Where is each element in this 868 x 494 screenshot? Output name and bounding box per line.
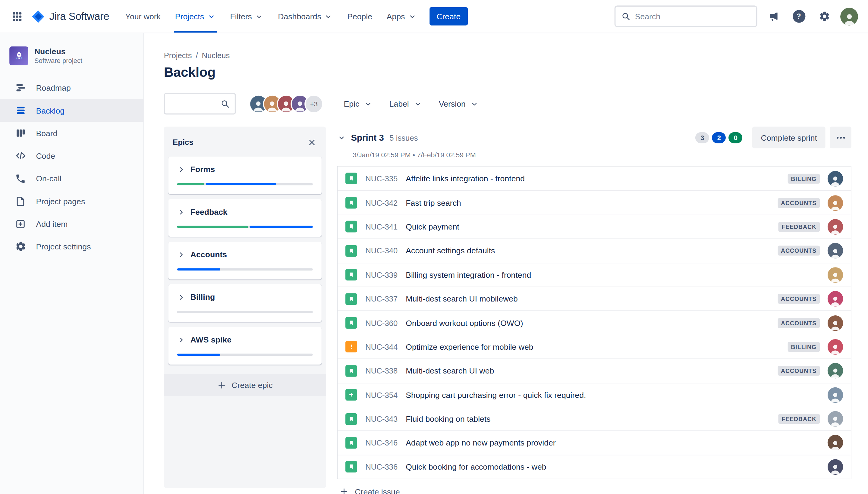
issue-row[interactable]: NUC-360 Onboard workout options (OWO) AC… xyxy=(337,310,851,335)
assignee-avatar[interactable] xyxy=(828,387,843,402)
story-icon xyxy=(345,365,357,377)
story-icon xyxy=(345,173,357,184)
topnav-item[interactable]: Your work xyxy=(118,0,168,33)
issue-summary: Onboard workout options (OWO) xyxy=(406,318,778,327)
issue-key: NUC-335 xyxy=(365,174,401,183)
chevron-right-icon xyxy=(177,336,186,344)
sidebar-item-board[interactable]: Board xyxy=(0,122,144,144)
create-issue-button[interactable]: Create issue xyxy=(337,484,402,494)
issue-row[interactable]: NUC-343 Fluid booking on tablets FEEDBAC… xyxy=(337,407,851,431)
close-epics-panel-button[interactable] xyxy=(304,134,319,150)
story-icon xyxy=(345,221,357,233)
issue-row[interactable]: NUC-335 Affelite links integration - fro… xyxy=(337,167,851,191)
assignee-avatar[interactable] xyxy=(828,315,843,330)
issue-row[interactable]: NUC-340 Account settings defaults ACCOUN… xyxy=(337,239,851,263)
roadmap-icon xyxy=(14,81,27,94)
epic-progress-bar xyxy=(177,183,313,185)
filter-dropdown-label: Version xyxy=(439,99,466,108)
issue-label-tag: ACCOUNTS xyxy=(778,294,820,304)
assignee-avatar[interactable] xyxy=(828,435,843,451)
sidebar-item-backlog[interactable]: Backlog xyxy=(0,99,144,122)
epic-card[interactable]: Feedback xyxy=(168,199,321,237)
sidebar-item-project-pages[interactable]: Project pages xyxy=(0,190,144,212)
epic-progress-bar xyxy=(177,311,313,313)
backlog-icon xyxy=(14,103,27,117)
assignee-avatar[interactable] xyxy=(828,291,843,306)
assignee-avatar[interactable] xyxy=(828,243,843,259)
epic-name: Billing xyxy=(190,293,215,302)
epic-card[interactable]: Forms xyxy=(168,157,321,194)
epic-progress-done xyxy=(177,226,248,228)
filter-dropdown-epic[interactable]: Epic xyxy=(337,95,378,113)
issue-key: NUC-343 xyxy=(365,415,401,423)
issue-row[interactable]: NUC-337 Multi-dest search UI mobileweb A… xyxy=(337,286,851,310)
assignee-avatar-group: +3 xyxy=(249,94,324,113)
assignee-avatar[interactable] xyxy=(828,171,843,186)
epic-card[interactable]: Accounts xyxy=(168,242,321,280)
breadcrumb-separator: / xyxy=(196,51,198,60)
help-button[interactable]: ? xyxy=(789,7,808,25)
filter-dropdown-label[interactable]: Label xyxy=(383,95,428,113)
user-avatar[interactable] xyxy=(840,7,858,25)
app-switcher-button[interactable] xyxy=(8,7,26,25)
assignee-avatar[interactable] xyxy=(828,363,843,378)
global-search[interactable] xyxy=(614,5,757,27)
sidebar-item-project-settings[interactable]: Project settings xyxy=(0,235,144,258)
breadcrumb-link[interactable]: Nucleus xyxy=(202,51,230,60)
sprint-issue-count: 5 issues xyxy=(389,133,418,142)
issue-label-tag: BILLING xyxy=(788,342,820,352)
issue-row[interactable]: NUC-339 Billing system integration - fro… xyxy=(337,263,851,287)
project-name: Nucleus xyxy=(34,47,82,56)
issue-row[interactable]: NUC-346 Adapt web app no new payments pr… xyxy=(337,431,851,455)
backlog-search[interactable] xyxy=(164,93,236,115)
topnav-item[interactable]: Apps xyxy=(380,0,424,33)
megaphone-icon xyxy=(768,11,779,22)
sidebar-item-code[interactable]: Code xyxy=(0,144,144,167)
collapse-sprint-button[interactable] xyxy=(337,133,346,142)
issue-row[interactable]: NUC-341 Quick payment FEEDBACK xyxy=(337,214,851,239)
sidebar-item-on-call[interactable]: On-call xyxy=(0,167,144,190)
complete-sprint-button[interactable]: Complete sprint xyxy=(753,127,826,149)
backlog-search-input[interactable] xyxy=(171,99,217,108)
breadcrumb-link[interactable]: Projects xyxy=(164,51,192,60)
filter-dropdown-version[interactable]: Version xyxy=(433,95,485,113)
create-button[interactable]: Create xyxy=(429,7,468,25)
plus-icon xyxy=(217,380,227,390)
global-search-input[interactable] xyxy=(635,12,751,20)
issue-label-tag: ACCOUNTS xyxy=(778,246,820,256)
epic-card[interactable]: AWS spike xyxy=(168,327,321,364)
topnav-item[interactable]: Dashboards xyxy=(271,0,340,33)
avatar-overflow-count[interactable]: +3 xyxy=(304,94,323,113)
issue-row[interactable]: NUC-338 Multi-dest search UI web ACCOUNT… xyxy=(337,358,851,383)
topnav-item[interactable]: Projects xyxy=(168,0,223,33)
story-icon xyxy=(345,269,357,281)
sidebar-item-add-item[interactable]: Add item xyxy=(0,212,144,235)
topnav-item[interactable]: People xyxy=(340,0,380,33)
announcements-button[interactable] xyxy=(764,7,783,25)
epic-progress-inprogress xyxy=(250,226,313,228)
issue-row[interactable]: NUC-344 Optimize experience for mobile w… xyxy=(337,335,851,359)
sidebar-item-roadmap[interactable]: Roadmap xyxy=(0,76,144,99)
settings-button[interactable] xyxy=(815,7,834,25)
sidebar-item-label: Backlog xyxy=(36,106,64,115)
assignee-avatar[interactable] xyxy=(828,459,843,474)
assignee-avatar[interactable] xyxy=(828,411,843,426)
issue-summary: Shopping cart purchasing error - quick f… xyxy=(406,391,828,399)
epic-card[interactable]: Billing xyxy=(168,284,321,322)
epics-panel: Epics Forms Feedback Accounts xyxy=(164,127,326,488)
assignee-avatar[interactable] xyxy=(828,219,843,234)
sidebar-item-label: Roadmap xyxy=(36,83,71,92)
sprint-count-badge: 3 xyxy=(696,132,709,143)
topnav-item[interactable]: Filters xyxy=(223,0,271,33)
assignee-avatar[interactable] xyxy=(828,267,843,283)
create-epic-button[interactable]: Create epic xyxy=(164,374,326,396)
jira-logo[interactable]: Jira Software xyxy=(31,9,109,23)
assignee-avatar[interactable] xyxy=(828,195,843,211)
assignee-avatar[interactable] xyxy=(828,339,843,355)
issue-row[interactable]: NUC-336 Quick booking for accomodations … xyxy=(337,455,851,479)
issue-label-tag: ACCOUNTS xyxy=(778,198,820,208)
issue-row[interactable]: NUC-354 Shopping cart purchasing error -… xyxy=(337,383,851,407)
create-issue-label: Create issue xyxy=(355,487,400,494)
sprint-more-button[interactable] xyxy=(830,127,851,149)
issue-row[interactable]: NUC-342 Fast trip search ACCOUNTS xyxy=(337,191,851,215)
